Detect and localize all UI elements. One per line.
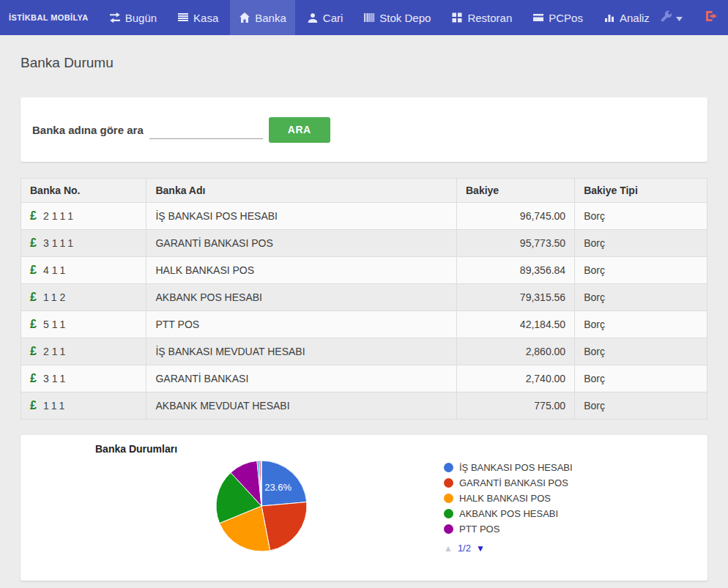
search-button[interactable]: ARA <box>269 117 330 143</box>
main-menu: Bugün Kasa Banka Cari Stok Depo Restoran… <box>99 0 660 35</box>
bank-name-cell: İŞ BANKASI POS HESABI <box>146 203 457 230</box>
legend-page-up-icon[interactable]: ▲ <box>444 543 453 554</box>
search-label: Banka adına göre ara <box>32 124 144 136</box>
balance-cell: 96,745.00 <box>456 203 574 230</box>
legend-color-dot-icon <box>444 524 453 534</box>
legend-item[interactable]: GARANTİ BANKASI POS <box>444 475 573 491</box>
balance-cell: 95,773.50 <box>456 230 574 257</box>
column-header-bank-name: Banka Adı <box>146 179 457 203</box>
bank-no-cell[interactable]: £211 <box>21 338 146 365</box>
balance-type-cell: Borç <box>575 203 707 230</box>
table-row: £2111 İŞ BANKASI POS HESABI 96,745.00 Bo… <box>21 203 707 230</box>
nav-item-kasa[interactable]: Kasa <box>168 0 227 35</box>
table-row: £112 AKBANK POS HESABI 79,315.56 Borç <box>21 284 707 311</box>
balance-type-cell: Borç <box>575 257 707 284</box>
balance-type-cell: Borç <box>575 365 707 392</box>
legend-color-dot-icon <box>444 463 453 472</box>
balance-cell: 2,860.00 <box>456 338 574 365</box>
balance-type-cell: Borç <box>575 311 707 338</box>
person-icon <box>307 12 319 23</box>
search-panel: Banka adına göre ara ARA <box>21 97 707 162</box>
balance-cell: 42,184.50 <box>456 311 574 338</box>
balance-type-cell: Borç <box>575 392 707 420</box>
credit-card-icon <box>532 12 544 23</box>
bank-no-cell[interactable]: £112 <box>21 284 146 311</box>
balance-cell: 89,356.84 <box>456 257 574 284</box>
balance-cell: 775.00 <box>456 392 574 420</box>
chevron-down-icon <box>676 11 683 24</box>
nav-item-stok-depo[interactable]: Stok Depo <box>354 0 439 35</box>
nav-item-banka[interactable]: Banka <box>230 0 295 35</box>
nav-item-bugün[interactable]: Bugün <box>100 0 166 35</box>
balance-type-cell: Borç <box>575 284 707 311</box>
wrench-icon <box>660 10 672 26</box>
legend-item[interactable]: PTT POS <box>444 521 573 537</box>
bank-no-cell[interactable]: £311 <box>21 365 146 392</box>
bar-chart-icon <box>603 12 615 23</box>
pound-currency-icon: £ <box>30 291 37 303</box>
pound-currency-icon: £ <box>30 209 37 222</box>
nav-item-analiz[interactable]: Analiz <box>595 0 658 35</box>
app-window: İSTİKBAL MOBİLYA Bugün Kasa Banka Cari S… <box>0 0 728 588</box>
grid-icon <box>451 12 463 23</box>
bank-no-cell[interactable]: £111 <box>21 392 146 420</box>
bank-no-cell[interactable]: £2111 <box>21 203 146 230</box>
pie-chart[interactable]: 23.6% <box>213 458 310 554</box>
table-row: £311 GARANTİ BANKASI 2,740.00 Borç <box>21 365 707 392</box>
legend-color-dot-icon <box>444 478 453 488</box>
table-row: £3111 GARANTİ BANKASI POS 95,773.50 Borç <box>21 230 707 257</box>
legend-color-dot-icon <box>444 509 453 518</box>
bank-name-cell: GARANTİ BANKASI <box>146 365 457 392</box>
top-navbar: İSTİKBAL MOBİLYA Bugün Kasa Banka Cari S… <box>0 0 728 35</box>
column-header-balance-type: Bakiye Tipi <box>575 179 707 203</box>
barcode-icon <box>363 12 375 23</box>
home-icon <box>239 12 250 23</box>
list-icon <box>177 12 189 23</box>
bank-chart-panel: Banka Durumları 23.6% İŞ BANKASI POS HES… <box>21 435 707 581</box>
nav-item-restoran[interactable]: Restoran <box>442 0 521 35</box>
table-row: £111 AKBANK MEVDUAT HESABI 775.00 Borç <box>21 392 707 420</box>
bank-name-cell: HALK BANKASI POS <box>146 257 457 284</box>
bank-name-cell: PTT POS <box>146 311 457 338</box>
chart-title: Banka Durumları <box>95 443 177 455</box>
pound-currency-icon: £ <box>30 399 37 412</box>
legend-item[interactable]: İŞ BANKASI POS HESABI <box>444 460 573 475</box>
nav-item-cari[interactable]: Cari <box>298 0 352 35</box>
column-header-bank-no: Banka No. <box>21 179 146 203</box>
navbar-tools <box>660 0 728 35</box>
bank-name-cell: İŞ BANKASI MEVDUAT HESABI <box>146 338 457 365</box>
page-title: Banka Durumu <box>21 35 707 71</box>
legend-page-down-icon[interactable]: ▼ <box>476 543 485 554</box>
bank-no-cell[interactable]: £3111 <box>21 230 146 257</box>
balance-type-cell: Borç <box>575 338 707 365</box>
table-row: £511 PTT POS 42,184.50 Borç <box>21 311 707 338</box>
chart-legend: İŞ BANKASI POS HESABI GARANTİ BANKASI PO… <box>444 460 573 554</box>
legend-item[interactable]: AKBANK POS HESABI <box>444 506 573 521</box>
bank-name-cell: AKBANK MEVDUAT HESABI <box>146 392 457 420</box>
bank-table: Banka No. Banka Adı Bakiye Bakiye Tipi £… <box>21 178 707 420</box>
legend-pagination: ▲ 1/2 ▼ <box>444 543 573 554</box>
legend-item[interactable]: HALK BANKASI POS <box>444 491 573 506</box>
transfer-arrows-icon <box>109 12 121 23</box>
balance-cell: 2,740.00 <box>456 365 574 392</box>
logout-icon <box>705 10 718 25</box>
pound-currency-icon: £ <box>30 372 37 384</box>
bank-no-cell[interactable]: £411 <box>21 257 146 284</box>
column-header-balance: Bakiye <box>456 179 574 203</box>
balance-cell: 79,315.56 <box>456 284 574 311</box>
pound-currency-icon: £ <box>30 264 37 276</box>
bank-no-cell[interactable]: £511 <box>21 311 146 338</box>
settings-dropdown-button[interactable] <box>660 10 683 26</box>
table-row: £411 HALK BANKASI POS 89,356.84 Borç <box>21 257 707 284</box>
pound-currency-icon: £ <box>30 318 37 330</box>
pie-slice-percentage-label: 23.6% <box>264 482 291 493</box>
brand-logo: İSTİKBAL MOBİLYA <box>0 0 99 35</box>
bank-name-cell: AKBANK POS HESABI <box>146 284 457 311</box>
table-row: £211 İŞ BANKASI MEVDUAT HESABI 2,860.00 … <box>21 338 707 365</box>
bank-name-cell: GARANTİ BANKASI POS <box>146 230 457 257</box>
nav-item-pcpos[interactable]: PCPos <box>524 0 592 35</box>
pound-currency-icon: £ <box>30 237 37 249</box>
search-input[interactable] <box>149 121 263 139</box>
legend-color-dot-icon <box>444 494 453 503</box>
logout-button[interactable] <box>705 10 718 25</box>
